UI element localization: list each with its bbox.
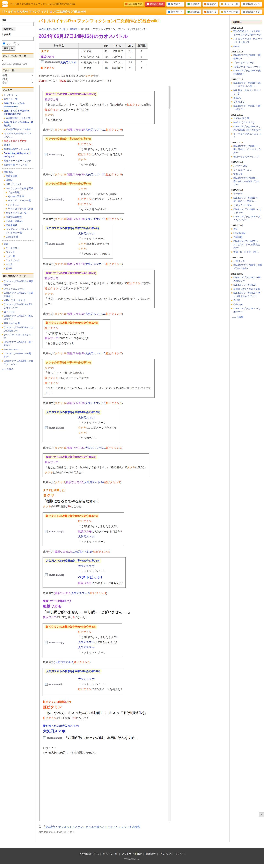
menu-link[interactable]: キャラクター引き継ぎ関連 xyxy=(6,187,33,190)
history-link[interactable]: 赤拭桜 xyxy=(233,299,240,302)
footer-link[interactable]: アットウィキTOP xyxy=(122,852,142,856)
wiki-search-link[interactable]: 「第1試合 〜デフォルトアスラン、デビュー戦ベストピッチ〜」をウィキ内検索 xyxy=(43,825,140,829)
recent-page-link[interactable]: ブラッネェニンージ xyxy=(4,287,25,290)
menu-link[interactable]: トップページ xyxy=(4,94,18,96)
history-link[interactable]: D2ndスマブラの3920 〜明後悔え〜 xyxy=(233,54,261,60)
page-search-button[interactable]: 検索する xyxy=(2,27,15,31)
menu-link[interactable]: 関連資料集-バトロイ記 xyxy=(4,163,27,166)
menu-link[interactable]: 「えー号外」 xyxy=(8,191,22,194)
recent-page-link[interactable]: シャルルマーニュ xyxy=(4,348,22,351)
recent-page-link[interactable]: 日本タルミ xyxy=(4,311,15,313)
menu-link[interactable]: 通常回 xyxy=(6,179,12,181)
tag-search-button[interactable]: 検索する xyxy=(2,46,15,51)
menu-link[interactable]: 代理投稿等掲載 xyxy=(6,216,22,218)
footer-link[interactable]: プライバシーポリシー xyxy=(160,852,185,856)
recent-page-link[interactable]: D2ndスマブラの3919 〜悲しませてスベ〜 xyxy=(4,303,33,309)
history-link[interactable]: レギュラーの思ち xyxy=(233,204,252,207)
login-button[interactable]: 登録/ログイン xyxy=(241,2,262,7)
history-link[interactable]: やる大矢 xyxy=(233,303,242,306)
history-link[interactable]: D2ndスマブラの3907 〜お、(ボスハトール)同穴なのか〜 xyxy=(233,240,260,249)
menu-link[interactable]: 企画バトルロイヤルR+α・紅白合戦 xyxy=(4,121,33,127)
history-link[interactable]: 日本タルミ xyxy=(233,100,245,103)
history-link[interactable]: 月見らの大な海 xyxy=(233,117,250,120)
history-link[interactable]: 九重宝殿 xyxy=(233,236,242,238)
history-link[interactable]: D2ndスマブラの3912 〜殿・友!ニスの偽はプラオマ〜 xyxy=(233,177,259,186)
menu-link[interactable]: 関連 xyxy=(4,243,8,245)
history-link[interactable]: バトルロイヤルⅡ・ナユーウィンターカップ xyxy=(233,37,262,43)
history-link[interactable]: D2ndスマブラの3903 〜朗人相なし〜 xyxy=(233,276,261,282)
menu-link[interactable]: お知らせ一覧 xyxy=(4,98,18,100)
history-link[interactable]: D2ndスマブラの3901 〜何レポ替よそもうだい〜 xyxy=(233,291,261,297)
menu-link[interactable]: レクイエム xyxy=(8,204,19,206)
history-link[interactable]: 花岡(プラオマのニンージ) xyxy=(233,65,260,68)
history-link[interactable]: D2ndスマブラの3908 〜あうちそごい〜 xyxy=(233,215,261,221)
history-link[interactable]: D2ndスマブラの3917 〜略し続けて〜 xyxy=(233,105,261,111)
history-link[interactable]: 超銀式-D2ndカタ叩く最新 xyxy=(233,288,260,290)
menu-link[interactable]: カオスバトルのリクエストについて xyxy=(4,132,31,138)
history-link[interactable]: HSpoff/b5M xyxy=(233,232,245,234)
history-link[interactable]: バーグーOuO xyxy=(233,164,248,167)
radio-or-label[interactable]: or xyxy=(12,43,20,45)
menu-link[interactable]: 雑談所 xyxy=(4,144,10,146)
recent-page-link[interactable]: D2ndスマブラの3922 〜明後悔え〜 xyxy=(4,280,33,286)
history-link[interactable]: 実施「Sラか下火・必釘」 xyxy=(233,251,260,253)
menu-link[interactable]: ガンダムプレイリスト バトロイヤル一覧 xyxy=(6,228,32,234)
footer-link[interactable]: 利用規約 xyxy=(145,852,156,856)
new-page-button[interactable]: 新規作成 xyxy=(186,9,201,14)
log-scrollbar-thumb[interactable] xyxy=(169,86,170,108)
recent-page-link[interactable]: MAD どうしたんだよ xyxy=(4,299,26,302)
menu-link[interactable]: 企画バトルロイヤルⅡ&withBOSS xyxy=(4,102,25,108)
recent-page-link[interactable]: 月見らの大な海 xyxy=(4,322,20,324)
page-search-input[interactable] xyxy=(2,22,34,26)
menu-link[interactable]: 投稿作品 xyxy=(4,171,13,173)
menu-link[interactable]: 紅白部門リクエスト祭り xyxy=(6,128,31,131)
login-button[interactable]: 登録/ログイン xyxy=(241,9,262,14)
menu-link[interactable]: D2ndまとめ xyxy=(6,236,18,238)
recent-page-link[interactable]: クップロイアのニャムシック xyxy=(4,333,31,339)
guide-button[interactable]: 操作ガイド xyxy=(166,2,185,7)
contact-admin-button[interactable]: 管理者に相談 xyxy=(145,2,165,7)
edit-here-link[interactable]: ここを編集 xyxy=(232,315,243,318)
recent-page-link[interactable]: D2ndスマブラの3921 〜先週の運命〜 xyxy=(4,291,33,297)
menu-link[interactable]: 関連チャートボードリンク xyxy=(4,159,31,162)
menu-link[interactable]: 旧企画・姉妹wiki xyxy=(6,220,23,222)
tag-search-input[interactable] xyxy=(2,37,34,41)
recent-page-link[interactable]: D2ndスマブラの3917 〜略し続けて〜 xyxy=(4,315,33,320)
menu-link[interactable]: 中の人 xyxy=(6,263,12,266)
menu-link[interactable]: @wiki xyxy=(6,267,12,270)
page-list-button[interactable]: 全ページ一覧 xyxy=(220,2,240,7)
history-link[interactable]: WithBOSSリクエスト受付キャラなりきり紹介ページ xyxy=(233,30,261,36)
history-link[interactable]: 三重タラズ xyxy=(233,260,245,262)
footer-link[interactable]: 全ページ一覧 xyxy=(103,852,118,856)
history-link[interactable]: D2ndスマブラの3903 〜2階ズラみてる?〜 xyxy=(233,264,262,270)
history-link[interactable]: D2ndスマブラの3911 〜敏・認めたい気持ち〜 xyxy=(233,196,258,203)
history-link[interactable]: 実の玉架 xyxy=(233,173,242,175)
edit-button[interactable]: 編集する xyxy=(202,2,218,7)
menu-link[interactable]: 歴代優勝者 xyxy=(6,224,17,226)
history-link[interactable]: D2ndスマブラの3902 xyxy=(233,284,255,286)
history-link[interactable]: D2ndスマブラの3919 〜悲しませてスベの扱い〜 xyxy=(233,82,261,87)
recent-page-link[interactable]: D2ndスマブラの3916 〜このプロ戦めて〜 xyxy=(4,326,33,332)
menu-link[interactable]: 企画バトルロイヤルR+α withBOSSその2 xyxy=(4,110,29,115)
menu-link[interactable]: その他の設定等 xyxy=(8,195,24,197)
menu-link[interactable]: Connecting With you バトロイヤル! xyxy=(4,152,31,158)
history-link[interactable]: D2ndスマブラの3918 〜先週の運命〜 xyxy=(233,69,261,75)
menu-link[interactable]: 投稿連絡票 xyxy=(6,175,17,177)
log-scrollbar[interactable] xyxy=(168,86,171,821)
ad-close-button[interactable]: × xyxy=(259,812,264,817)
recent-page-link[interactable]: D2ndスマブラの3909 〜プロテクション〜 xyxy=(4,360,33,365)
guide-button[interactable]: 操作ガイド xyxy=(166,9,185,14)
history-link[interactable]: D2ndスマブラの3910 〜ロクラマ〜 xyxy=(233,208,261,214)
recent-page-link[interactable]: D2ndスマブラの3914 〜裏・外み〜 xyxy=(4,341,33,346)
history-link[interactable]: mochi xyxy=(233,45,239,47)
history-link[interactable]: D2ndスマブラの3916 〜このプロ戦めて行ったのな〜 xyxy=(233,125,261,131)
history-link[interactable]: ブラッネェニンージ xyxy=(233,61,254,64)
menu-link[interactable]: 現行リクエスト xyxy=(6,183,22,185)
menu-link[interactable]: タグ一覧 xyxy=(6,255,15,257)
page-list-button[interactable]: 全ページ一覧 xyxy=(220,9,240,14)
radio-or[interactable] xyxy=(13,42,16,45)
breadcrumb-item[interactable]: 第3節? xyxy=(70,28,77,31)
history-link[interactable]: D2ndスマブラの3900 〜しボーボ〜 xyxy=(233,307,261,313)
footer-link[interactable]: このwikiのTOPへ xyxy=(79,852,99,856)
menu-link[interactable]: WithBOSSリクエスト祭り xyxy=(6,117,33,119)
